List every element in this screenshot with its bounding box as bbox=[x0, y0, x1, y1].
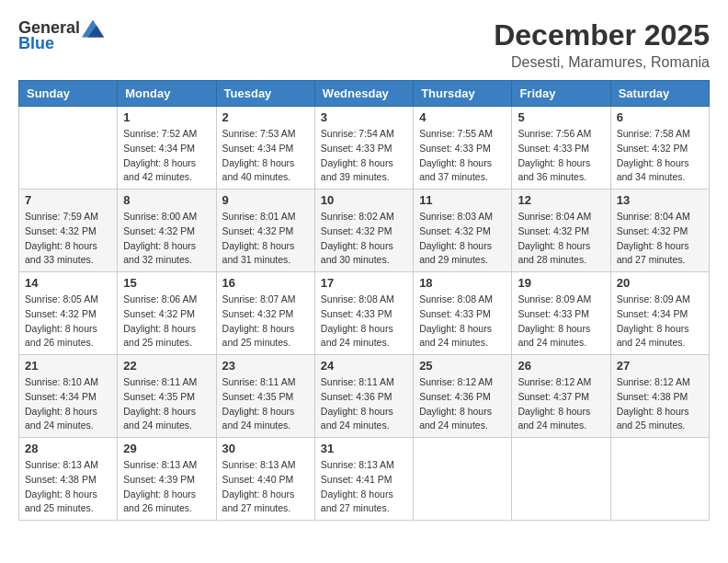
day-number: 25 bbox=[419, 359, 506, 373]
calendar-cell: 20Sunrise: 8:09 AMSunset: 4:34 PMDayligh… bbox=[610, 272, 709, 355]
day-info: Sunrise: 8:13 AMSunset: 4:39 PMDaylight:… bbox=[123, 458, 210, 516]
calendar-cell: 24Sunrise: 8:11 AMSunset: 4:36 PMDayligh… bbox=[314, 355, 413, 438]
calendar-cell: 9Sunrise: 8:01 AMSunset: 4:32 PMDaylight… bbox=[216, 190, 314, 272]
calendar-cell bbox=[512, 438, 610, 521]
calendar-cell: 21Sunrise: 8:10 AMSunset: 4:34 PMDayligh… bbox=[19, 355, 118, 438]
day-number: 15 bbox=[123, 276, 210, 290]
day-info: Sunrise: 8:00 AMSunset: 4:32 PMDaylight:… bbox=[123, 210, 210, 268]
day-info: Sunrise: 8:12 AMSunset: 4:37 PMDaylight:… bbox=[518, 375, 604, 433]
day-number: 1 bbox=[123, 110, 210, 124]
calendar-cell: 28Sunrise: 8:13 AMSunset: 4:38 PMDayligh… bbox=[19, 438, 118, 521]
calendar-cell: 15Sunrise: 8:06 AMSunset: 4:32 PMDayligh… bbox=[118, 272, 216, 355]
day-info: Sunrise: 8:11 AMSunset: 4:35 PMDaylight:… bbox=[123, 375, 210, 433]
day-number: 14 bbox=[25, 276, 111, 290]
day-info: Sunrise: 8:07 AMSunset: 4:32 PMDaylight:… bbox=[222, 293, 309, 350]
day-number: 29 bbox=[123, 442, 210, 455]
calendar-week-3: 21Sunrise: 8:10 AMSunset: 4:34 PMDayligh… bbox=[19, 355, 710, 438]
calendar-cell: 3Sunrise: 7:54 AMSunset: 4:33 PMDaylight… bbox=[314, 107, 413, 190]
calendar-cell: 26Sunrise: 8:12 AMSunset: 4:37 PMDayligh… bbox=[512, 355, 610, 438]
day-number: 16 bbox=[222, 276, 309, 290]
day-info: Sunrise: 8:01 AMSunset: 4:32 PMDaylight:… bbox=[222, 210, 309, 268]
day-info: Sunrise: 7:54 AMSunset: 4:33 PMDaylight:… bbox=[321, 127, 407, 185]
calendar-week-0: 1Sunrise: 7:52 AMSunset: 4:34 PMDaylight… bbox=[19, 107, 710, 190]
day-number: 4 bbox=[419, 110, 506, 124]
calendar-cell: 4Sunrise: 7:55 AMSunset: 4:33 PMDaylight… bbox=[414, 107, 512, 190]
page-subtitle: Desesti, Maramures, Romania bbox=[494, 54, 710, 71]
day-number: 10 bbox=[321, 193, 407, 207]
calendar-cell: 22Sunrise: 8:11 AMSunset: 4:35 PMDayligh… bbox=[118, 355, 216, 438]
page-title: December 2025 bbox=[494, 18, 710, 52]
col-header-friday: Friday bbox=[512, 81, 610, 107]
logo-icon bbox=[82, 19, 104, 38]
calendar-cell bbox=[19, 107, 118, 190]
day-number: 6 bbox=[617, 110, 703, 124]
calendar-week-4: 28Sunrise: 8:13 AMSunset: 4:38 PMDayligh… bbox=[19, 438, 710, 521]
logo-blue: Blue bbox=[18, 34, 54, 53]
day-number: 17 bbox=[321, 276, 407, 290]
calendar-cell: 8Sunrise: 8:00 AMSunset: 4:32 PMDaylight… bbox=[118, 190, 216, 272]
col-header-saturday: Saturday bbox=[610, 81, 709, 107]
calendar-table: SundayMondayTuesdayWednesdayThursdayFrid… bbox=[18, 80, 710, 521]
col-header-wednesday: Wednesday bbox=[314, 81, 413, 107]
day-info: Sunrise: 8:04 AMSunset: 4:32 PMDaylight:… bbox=[617, 210, 703, 268]
calendar-cell: 6Sunrise: 7:58 AMSunset: 4:32 PMDaylight… bbox=[610, 107, 709, 190]
day-number: 9 bbox=[222, 193, 309, 207]
calendar-cell bbox=[610, 438, 709, 521]
col-header-monday: Monday bbox=[118, 81, 216, 107]
day-number: 24 bbox=[321, 359, 407, 373]
calendar-cell: 5Sunrise: 7:56 AMSunset: 4:33 PMDaylight… bbox=[512, 107, 610, 190]
day-info: Sunrise: 7:55 AMSunset: 4:33 PMDaylight:… bbox=[419, 127, 506, 185]
day-number: 5 bbox=[518, 110, 604, 124]
day-info: Sunrise: 7:52 AMSunset: 4:34 PMDaylight:… bbox=[123, 127, 210, 185]
calendar-cell: 11Sunrise: 8:03 AMSunset: 4:32 PMDayligh… bbox=[414, 190, 512, 272]
day-number: 28 bbox=[25, 442, 111, 455]
day-number: 23 bbox=[222, 359, 309, 373]
calendar-cell: 19Sunrise: 8:09 AMSunset: 4:33 PMDayligh… bbox=[512, 272, 610, 355]
col-header-tuesday: Tuesday bbox=[216, 81, 314, 107]
calendar-cell: 25Sunrise: 8:12 AMSunset: 4:36 PMDayligh… bbox=[414, 355, 512, 438]
day-info: Sunrise: 8:04 AMSunset: 4:32 PMDaylight:… bbox=[518, 210, 604, 268]
day-info: Sunrise: 8:13 AMSunset: 4:41 PMDaylight:… bbox=[321, 458, 407, 516]
day-number: 13 bbox=[617, 193, 703, 207]
day-info: Sunrise: 7:58 AMSunset: 4:32 PMDaylight:… bbox=[617, 127, 703, 185]
day-info: Sunrise: 8:02 AMSunset: 4:32 PMDaylight:… bbox=[321, 210, 407, 268]
day-info: Sunrise: 8:05 AMSunset: 4:32 PMDaylight:… bbox=[25, 293, 111, 350]
title-area: December 2025 Desesti, Maramures, Romani… bbox=[494, 18, 710, 71]
day-number: 2 bbox=[222, 110, 309, 124]
day-info: Sunrise: 7:56 AMSunset: 4:33 PMDaylight:… bbox=[518, 127, 604, 185]
day-number: 18 bbox=[419, 276, 506, 290]
calendar-cell: 17Sunrise: 8:08 AMSunset: 4:33 PMDayligh… bbox=[314, 272, 413, 355]
day-number: 19 bbox=[518, 276, 604, 290]
day-info: Sunrise: 8:03 AMSunset: 4:32 PMDaylight:… bbox=[419, 210, 506, 268]
day-number: 22 bbox=[123, 359, 210, 373]
calendar-week-2: 14Sunrise: 8:05 AMSunset: 4:32 PMDayligh… bbox=[19, 272, 710, 355]
calendar-cell: 31Sunrise: 8:13 AMSunset: 4:41 PMDayligh… bbox=[314, 438, 413, 521]
day-number: 31 bbox=[321, 442, 407, 455]
col-header-sunday: Sunday bbox=[19, 81, 118, 107]
col-header-thursday: Thursday bbox=[414, 81, 512, 107]
day-info: Sunrise: 8:11 AMSunset: 4:35 PMDaylight:… bbox=[222, 375, 309, 433]
day-info: Sunrise: 8:13 AMSunset: 4:38 PMDaylight:… bbox=[25, 458, 111, 516]
calendar-cell: 2Sunrise: 7:53 AMSunset: 4:34 PMDaylight… bbox=[216, 107, 314, 190]
calendar-cell: 23Sunrise: 8:11 AMSunset: 4:35 PMDayligh… bbox=[216, 355, 314, 438]
day-number: 20 bbox=[617, 276, 703, 290]
day-info: Sunrise: 7:53 AMSunset: 4:34 PMDaylight:… bbox=[222, 127, 309, 185]
day-info: Sunrise: 8:10 AMSunset: 4:34 PMDaylight:… bbox=[25, 375, 111, 433]
calendar-cell: 13Sunrise: 8:04 AMSunset: 4:32 PMDayligh… bbox=[610, 190, 709, 272]
day-info: Sunrise: 8:09 AMSunset: 4:33 PMDaylight:… bbox=[518, 293, 604, 350]
day-info: Sunrise: 8:08 AMSunset: 4:33 PMDaylight:… bbox=[321, 293, 407, 350]
day-info: Sunrise: 8:12 AMSunset: 4:36 PMDaylight:… bbox=[419, 375, 506, 433]
calendar-cell: 29Sunrise: 8:13 AMSunset: 4:39 PMDayligh… bbox=[118, 438, 216, 521]
day-info: Sunrise: 8:09 AMSunset: 4:34 PMDaylight:… bbox=[617, 293, 703, 350]
day-info: Sunrise: 8:13 AMSunset: 4:40 PMDaylight:… bbox=[222, 458, 309, 516]
day-number: 8 bbox=[123, 193, 210, 207]
calendar-cell: 12Sunrise: 8:04 AMSunset: 4:32 PMDayligh… bbox=[512, 190, 610, 272]
calendar-week-1: 7Sunrise: 7:59 AMSunset: 4:32 PMDaylight… bbox=[19, 190, 710, 272]
day-info: Sunrise: 7:59 AMSunset: 4:32 PMDaylight:… bbox=[25, 210, 111, 268]
day-number: 7 bbox=[25, 193, 111, 207]
calendar-cell: 1Sunrise: 7:52 AMSunset: 4:34 PMDaylight… bbox=[118, 107, 216, 190]
calendar-cell: 27Sunrise: 8:12 AMSunset: 4:38 PMDayligh… bbox=[610, 355, 709, 438]
calendar-cell: 14Sunrise: 8:05 AMSunset: 4:32 PMDayligh… bbox=[19, 272, 118, 355]
day-number: 26 bbox=[518, 359, 604, 373]
calendar-cell: 16Sunrise: 8:07 AMSunset: 4:32 PMDayligh… bbox=[216, 272, 314, 355]
